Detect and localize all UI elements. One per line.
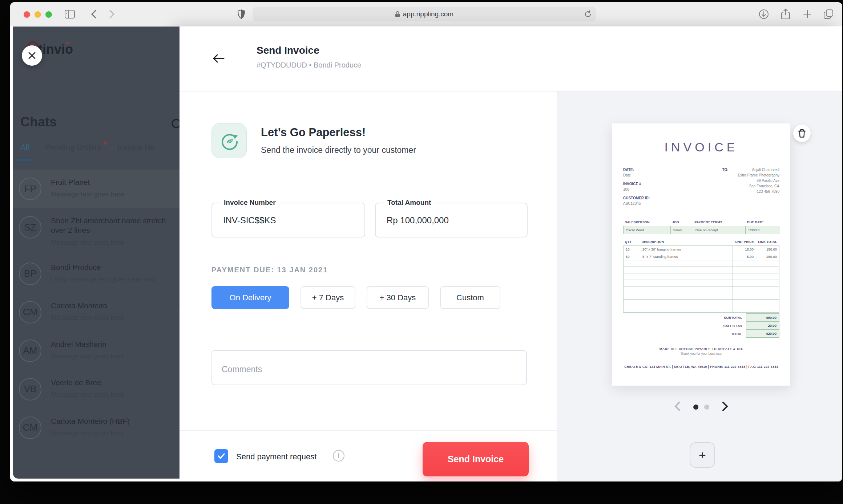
chat-name: Carlota Monteiro	[51, 301, 176, 310]
tab-invoice[interactable]: Invoice Ne	[117, 143, 155, 163]
table-row-empty	[624, 300, 779, 306]
paperless-subtitle: Send the invoice directly to your custom…	[261, 145, 416, 155]
zoom-window-button[interactable]	[45, 11, 52, 18]
page-dot-active[interactable]	[693, 405, 698, 410]
chat-name: Shen Zhi amerchant name stretch over 2 l…	[51, 216, 176, 235]
tab-all[interactable]: All	[20, 143, 29, 163]
chat-row-bondi-produce[interactable]: BP Bondi Produce Long message text goes …	[13, 255, 180, 293]
trash-icon	[798, 129, 806, 138]
modal-title: Send Invoice	[257, 45, 319, 56]
total-amount-label: Total Amount	[384, 199, 434, 207]
back-nav-icon[interactable]	[88, 8, 100, 20]
chat-tabs: All Pending Orders Invoice Ne	[13, 130, 180, 163]
option-plus-7-days[interactable]: + 7 Days	[301, 286, 355, 309]
table-row: 10 20" x 30" hanging frames 15.00 150.00	[624, 246, 779, 253]
table-row: Oscar Ward Sales Due on receipt 1/30/23	[624, 226, 779, 234]
invoice-items-table: QTY DESCRIPTION UNIT PRICE LINE TOTAL 10…	[623, 240, 779, 313]
chat-sidebar: tinvio Chats All Pending Orders Invoice …	[13, 27, 180, 479]
send-payment-request-label: Send payment request	[236, 452, 316, 462]
chat-row-shen-zhi[interactable]: SZ Shen Zhi amerchant name stretch over …	[13, 208, 180, 255]
close-modal-button[interactable]	[22, 45, 42, 66]
tab-overview-icon[interactable]	[823, 8, 834, 20]
next-page-icon[interactable]	[722, 401, 729, 413]
avatar: VB	[19, 378, 41, 401]
divider	[622, 161, 781, 161]
chat-message: Message text goes here	[51, 429, 176, 437]
chat-name: Andrei Masharin	[51, 340, 176, 349]
preview-pager	[612, 401, 790, 413]
chat-row-fruit-planet[interactable]: FP Fruit Planet Message text goes here	[13, 170, 180, 208]
minimize-window-button[interactable]	[35, 11, 41, 18]
invoice-meta-block: DATE:Date INVOICE #100 CUSTOMER ID:ABC12…	[623, 167, 650, 210]
chat-name: Fruit Planet	[51, 178, 176, 187]
privacy-shield-icon[interactable]	[235, 8, 247, 20]
refresh-icon[interactable]	[584, 9, 592, 21]
prev-page-icon[interactable]	[674, 401, 681, 413]
send-payment-request-checkbox[interactable]	[214, 449, 228, 463]
new-tab-icon[interactable]	[802, 8, 813, 20]
avatar: SZ	[19, 216, 41, 239]
invoice-preview-pane: INVOICE DATE:Date INVOICE #100 CUSTOMER …	[557, 92, 842, 481]
invoice-number-field[interactable]: Invoice Number INV-SIC$$KS	[211, 203, 365, 237]
modal-header: Send Invoice #QTYDDUDUD • Bondi Produce	[180, 27, 842, 92]
chat-timestamp: Y	[177, 302, 180, 310]
address-bar[interactable]: app.rippling.com	[253, 7, 596, 21]
send-invoice-modal: Send Invoice #QTYDDUDUD • Bondi Produce	[180, 27, 842, 481]
table-row-empty	[624, 306, 779, 313]
eco-refresh-leaf-icon	[219, 130, 240, 151]
invoice-document-preview[interactable]: INVOICE DATE:Date INVOICE #100 CUSTOMER …	[612, 123, 790, 386]
invoice-totals: SUBTOTAL400.00 SALES TAX20.00 TOTAL420.0…	[623, 313, 779, 338]
invoice-note: MAKE ALL CHECKS PAYABLE TO CREATE & CO.	[623, 347, 779, 351]
downloads-icon[interactable]	[758, 8, 770, 20]
forward-nav-icon[interactable]	[106, 8, 118, 20]
url-text: app.rippling.com	[403, 10, 453, 18]
chat-list: FP Fruit Planet Message text goes here S…	[13, 170, 180, 447]
option-custom[interactable]: Custom	[440, 286, 500, 309]
back-arrow-button[interactable]	[209, 49, 228, 68]
send-invoice-button[interactable]: Send Invoice	[423, 442, 529, 476]
invoice-thanks: Thank you for your business!	[623, 352, 779, 355]
table-row-empty	[624, 273, 779, 280]
option-on-delivery[interactable]: On Delivery	[211, 286, 289, 309]
invoice-form-pane: Let’s Go Paperless! Send the invoice dir…	[180, 92, 557, 481]
tab-pending-orders[interactable]: Pending Orders	[45, 143, 101, 163]
form-footer: Send payment request i Send Invoice	[180, 430, 557, 481]
paperless-icon-tile	[211, 123, 247, 158]
share-icon[interactable]	[780, 8, 791, 20]
add-attachment-button[interactable]: +	[690, 442, 715, 468]
chat-name: Veerle de Bree	[51, 378, 176, 387]
invoice-number-label: Invoice Number	[221, 199, 279, 207]
invoice-sales-table: SALESPERSON JOB PAYMENT TERMS DUE DATE O…	[623, 220, 779, 234]
table-row-empty	[624, 260, 779, 267]
paperless-title: Let’s Go Paperless!	[261, 126, 366, 139]
info-icon[interactable]: i	[333, 450, 344, 462]
chat-row-carlota-monteiro[interactable]: CM Carlota Monteiro Message text goes he…	[13, 293, 180, 332]
check-icon	[217, 453, 225, 459]
avatar: CM	[19, 301, 41, 324]
chat-message: Message text goes here	[51, 391, 176, 399]
logo-red-dot	[66, 42, 69, 44]
close-window-button[interactable]	[24, 11, 30, 18]
chat-message: Message text goes here	[51, 352, 176, 360]
page-dot[interactable]	[704, 405, 709, 410]
total-amount-value: Rp 100,000,000	[387, 215, 449, 225]
delete-attachment-button[interactable]	[793, 125, 811, 142]
total-amount-field[interactable]: Total Amount Rp 100,000,000	[375, 203, 528, 237]
avatar: FP	[19, 178, 41, 200]
chat-message: Message text goes here	[51, 314, 176, 322]
chat-message: Message text goes here	[51, 190, 176, 198]
invoice-doc-title: INVOICE	[623, 140, 779, 154]
pending-orders-badge	[104, 141, 107, 145]
chat-row-andrei-masharin[interactable]: AM Andrei Masharin Message text goes her…	[13, 332, 180, 370]
avatar: CM	[19, 416, 41, 439]
table-row-empty	[624, 286, 779, 293]
table-row: 50 5" x 7" standing frames 5.00 250.00	[624, 253, 779, 260]
table-row-empty	[624, 293, 779, 300]
chat-row-veerle-de-bree[interactable]: VB Veerle de Bree Message text goes here	[13, 370, 180, 409]
comments-input[interactable]	[211, 350, 527, 385]
option-plus-30-days[interactable]: + 30 Days	[367, 286, 429, 309]
sidebar-toggle-icon[interactable]	[64, 8, 76, 20]
table-row-empty	[624, 267, 779, 273]
avatar: BP	[19, 263, 41, 285]
chat-row-carlota-monteiro-hbf[interactable]: CM Carlota Monteiro (HBF) Message text g…	[13, 409, 180, 447]
